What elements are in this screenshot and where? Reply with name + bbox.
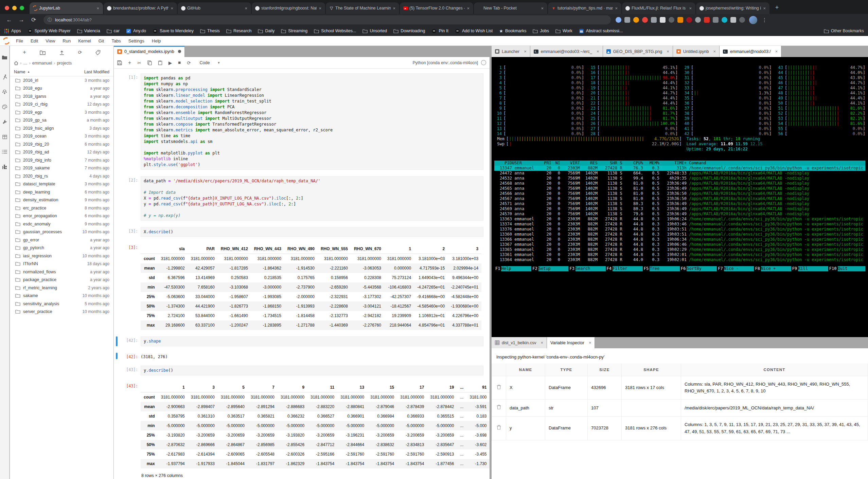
ext-icon-2[interactable] (624, 17, 630, 23)
cell-input-editor[interactable]: import pandas as pdimport numpy as npfro… (141, 73, 483, 170)
browser-tab[interactable]: brendanhasz/probflow: A Pyth× (104, 2, 177, 14)
browser-tab[interactable]: GitHub× (178, 2, 251, 14)
fkey-f9[interactable]: F9Kill (791, 266, 828, 271)
new-folder-icon[interactable] (40, 50, 46, 55)
close-tab-icon[interactable]: × (589, 340, 591, 345)
fkey-f3[interactable]: F3Search (568, 266, 605, 271)
trash-icon[interactable] (497, 384, 501, 389)
browser-tab[interactable]: FluxML/Flux.jl: Relax! Flux is th× (622, 2, 695, 14)
other-bookmarks[interactable]: Other Bookmarks (824, 29, 864, 33)
fkey-f10[interactable]: F10Quit (828, 266, 865, 271)
process-column-header[interactable]: Command (687, 161, 865, 166)
dock-tab[interactable]: Untitled.ipynb× (673, 46, 720, 57)
close-tab-icon[interactable]: × (713, 49, 716, 54)
bookmark-item[interactable]: School Websites... (314, 29, 356, 33)
browser-menu-icon[interactable]: ⋮ (762, 17, 767, 23)
profile-avatar[interactable] (749, 16, 757, 24)
ext-icon-6[interactable] (660, 17, 666, 23)
bookmark-item[interactable]: Spotify Web Player (28, 29, 71, 33)
file-row[interactable]: ITforNN18 days ago (10, 260, 113, 268)
upload-icon[interactable] (59, 50, 65, 55)
forward-icon[interactable]: → (16, 17, 26, 23)
run-cell-icon[interactable]: ▶ (169, 60, 172, 66)
refresh-icon[interactable]: ⟳ (78, 50, 82, 55)
sidebar-palette-icon[interactable] (0, 99, 10, 114)
ext-icon-11[interactable] (704, 17, 710, 23)
cell-input-editor[interactable]: y.describe() (141, 366, 483, 375)
sidebar-list-icon[interactable] (0, 144, 10, 159)
file-row[interactable]: gp_pytorcha year ago (10, 244, 113, 252)
close-tab-icon[interactable]: × (524, 49, 527, 54)
notebook-cell[interactable]: [42]:(3181, 276) (115, 353, 490, 359)
process-column-header[interactable]: USER (512, 161, 541, 166)
notebook-cell[interactable]: [43]:y.describe() (115, 366, 490, 375)
ext-icon-9[interactable] (686, 17, 692, 23)
file-row[interactable]: gaussian_processes10 months ago (10, 228, 113, 236)
fkey-f7[interactable]: F7Nice - (717, 266, 754, 271)
bookmark-item[interactable]: Streaming (281, 29, 307, 33)
file-row[interactable]: 2019_rbig_206 months ago (10, 140, 113, 148)
file-row[interactable]: 2019_rbig_info7 months ago (10, 156, 113, 164)
cell-input-editor[interactable]: X.describe() (141, 227, 483, 237)
fkey-f1[interactable]: F1Help (494, 266, 531, 271)
close-tab-icon[interactable]: × (762, 6, 766, 11)
tag-icon[interactable] (95, 50, 101, 55)
trash-icon[interactable] (497, 425, 501, 430)
kernel-name[interactable]: Python [conda env:.conda-ml4ocn] (413, 60, 478, 65)
file-row[interactable]: 2020_rbig_rs4 days ago (10, 172, 113, 180)
close-tab-icon[interactable]: × (614, 6, 618, 11)
ext-icon-4[interactable] (642, 17, 648, 23)
process-column-header[interactable]: NI (551, 161, 560, 166)
file-row[interactable]: datasci_template3 months ago (10, 180, 113, 188)
file-row[interactable]: sakame10 months ago (10, 292, 113, 300)
notebook-cell[interactable]: [42]:y.shape (115, 336, 490, 346)
notebook-cell[interactable]: [43]:135791113151719...91count3181.00000… (115, 382, 490, 478)
bookmark-item[interactable]: Valencia (77, 29, 100, 33)
close-tab-icon[interactable]: × (775, 49, 778, 54)
bookmark-item[interactable]: Thesis (200, 29, 220, 33)
process-column-header[interactable]: PRI (541, 161, 551, 166)
bookmark-item[interactable]: Downloading (393, 29, 425, 33)
file-row[interactable]: package_practicea year ago (10, 276, 113, 284)
site-info-icon[interactable]: ⓘ (48, 17, 52, 23)
file-row[interactable]: gp_errora year ago (10, 236, 113, 244)
browser-tab[interactable]: JupyterLab× (30, 2, 103, 14)
menu-view[interactable]: View (42, 38, 59, 43)
ext-icon-5[interactable] (651, 17, 657, 23)
dock-tab[interactable]: $_emmanuel@nodo03:/× (720, 46, 781, 57)
cell-input-editor[interactable]: y.shape (141, 336, 483, 346)
ext-icon-1[interactable] (616, 17, 621, 23)
add-cell-icon[interactable]: + (128, 60, 131, 66)
process-column-header[interactable]: VIRT (560, 161, 580, 166)
breadcrumb-item[interactable]: emmanuel (32, 61, 52, 66)
menu-run[interactable]: Run (59, 38, 74, 43)
back-icon[interactable]: ← (4, 17, 14, 23)
file-row[interactable]: deep_learning6 months ago (10, 188, 113, 196)
close-tab-icon[interactable]: × (244, 6, 248, 11)
sidebar-folder-icon[interactable] (0, 50, 10, 65)
bookmark-item[interactable]: ★Bookmarks (499, 29, 526, 34)
close-tab-icon[interactable]: × (466, 6, 470, 11)
fkey-f2[interactable]: F2Setup (531, 266, 568, 271)
bookmark-item[interactable]: Apps (4, 29, 21, 33)
file-row[interactable]: 2019_egp3 months ago (10, 108, 113, 116)
copy-cell-icon[interactable] (147, 60, 152, 65)
new-tab-button[interactable]: + (772, 3, 782, 12)
bookmark-item[interactable]: Save to Mendeley (153, 29, 194, 33)
process-table-header[interactable]: PIDUSERPRINIVIRTRESSHRSCPU%MEM%TIME+Comm… (494, 161, 865, 166)
process-column-header[interactable]: MEM% (643, 161, 659, 166)
process-column-header[interactable]: SHR (598, 161, 617, 166)
file-row[interactable]: iasi_regression10 months ago (10, 252, 113, 260)
file-row[interactable]: 2019_gp_saa month ago (10, 116, 113, 125)
ext-icon-3[interactable] (633, 17, 639, 23)
bookmark-item[interactable]: Unsorted (362, 29, 387, 33)
file-row[interactable]: 2019_ci_rbig12 days ago (10, 100, 113, 109)
menu-tabs[interactable]: Tabs (108, 38, 124, 43)
sidebar-puzzle-icon[interactable] (0, 159, 10, 174)
new-launcher-icon[interactable]: + (23, 49, 26, 56)
restart-kernel-icon[interactable]: ⟳ (187, 60, 191, 66)
trash-icon[interactable] (497, 404, 501, 409)
browser-tab[interactable]: josephernest/writing: Writing i× (696, 2, 769, 14)
close-tab-icon[interactable]: × (540, 6, 544, 11)
reload-icon[interactable]: ⟳ (29, 16, 39, 23)
